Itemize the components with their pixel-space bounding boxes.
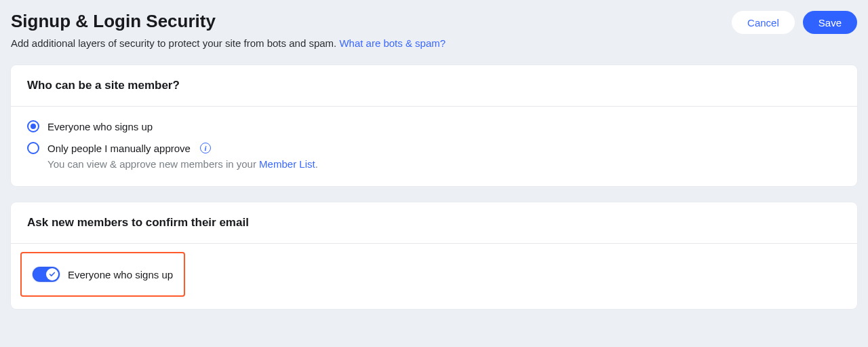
option-everyone-label: Everyone who signs up — [47, 121, 153, 132]
manual-approve-helper: You can view & approve new members in yo… — [47, 158, 841, 170]
page-subtitle: Add additional layers of security to pro… — [11, 37, 446, 49]
subtitle-text: Add additional layers of security to pro… — [11, 37, 339, 49]
bots-spam-link[interactable]: What are bots & spam? — [339, 37, 446, 49]
page-title: Signup & Login Security — [11, 11, 446, 32]
option-manual-approve-label: Only people I manually approve — [47, 143, 191, 154]
cancel-button[interactable]: Cancel — [732, 11, 795, 34]
card-who-can-be-member: Who can be a site member? Everyone who s… — [11, 65, 857, 186]
radio-everyone[interactable] — [27, 120, 39, 132]
confirm-email-toggle[interactable] — [33, 267, 60, 282]
card-title: Who can be a site member? — [11, 65, 857, 107]
card-title: Ask new members to confirm their email — [11, 202, 857, 244]
save-button[interactable]: Save — [803, 11, 857, 34]
member-list-link[interactable]: Member List — [259, 158, 315, 170]
helper-suffix: . — [315, 158, 318, 170]
check-icon — [49, 271, 56, 278]
highlight-box: Everyone who signs up — [20, 252, 185, 297]
card-confirm-email: Ask new members to confirm their email E… — [11, 202, 857, 309]
helper-prefix: You can view & approve new members in yo… — [47, 158, 259, 170]
info-icon[interactable]: i — [200, 143, 211, 153]
toggle-thumb — [46, 268, 58, 280]
radio-manual-approve[interactable] — [27, 142, 39, 154]
confirm-email-toggle-label: Everyone who signs up — [68, 269, 173, 280]
